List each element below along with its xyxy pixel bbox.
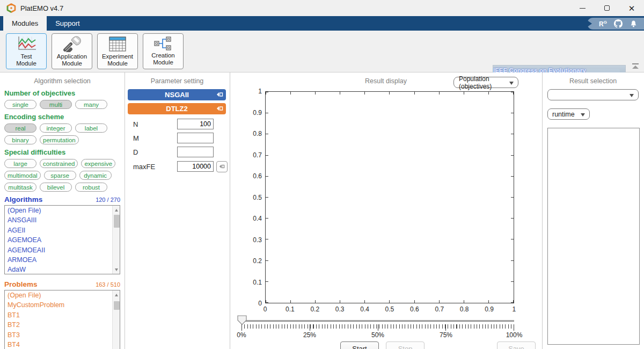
chevron-down-icon [630,94,634,97]
metric-result-list[interactable] [547,128,640,345]
x-tick-label: 0 [254,306,276,314]
ruler-label: 75% [433,331,459,339]
creation-module-button[interactable]: CreationModule [143,33,184,69]
result-file-dropdown[interactable] [547,89,639,100]
close-button[interactable]: ✕ [619,0,644,16]
parameter-setting-panel: Parameter setting NSGAII DTLZ2 N M [125,72,230,349]
param-input-D[interactable] [177,147,214,157]
menu-bar: Modules Support RG [0,16,644,31]
tab-modules[interactable]: Modules [3,16,47,31]
filter-button[interactable]: permutation [40,135,79,144]
x-tick-label: 0.9 [479,306,500,314]
menu-links-capsule: RG [587,18,644,30]
test-module-button[interactable]: TestModule [6,33,47,69]
node-diagram-icon [153,36,173,51]
bell-icon[interactable] [630,20,638,28]
minimize-icon [580,8,586,9]
filter-button[interactable]: robust [75,183,107,192]
scrollbar[interactable] [112,290,120,349]
module-label: CreationModule [151,52,174,66]
metric-dropdown[interactable]: runtime [547,108,590,120]
filter-button[interactable]: many [75,100,107,109]
selected-problem-bar[interactable]: DTLZ2 [128,103,226,114]
bottom-ticks [266,300,514,303]
objectives-filter-group: singlemultimany [0,100,125,109]
platemo-logo-icon [6,3,16,13]
encoding-filter-group: realintegerlabelbinarypermutation [0,123,125,144]
filter-button[interactable]: expensive [81,159,115,168]
list-item[interactable]: AGEII [5,226,120,235]
ruler-label: 0% [229,331,254,339]
list-item[interactable]: ANSGAIII [5,215,120,225]
list-item[interactable]: BT1 [5,310,120,320]
scrollbar-thumb[interactable] [114,215,120,228]
experiment-module-button[interactable]: ExperimentModule [97,33,138,69]
maxfe-detail-button[interactable] [216,161,228,172]
param-input-maxFE[interactable] [177,161,214,172]
param-input-M[interactable] [177,133,214,143]
progress-slider-track[interactable] [241,320,514,322]
application-module-button[interactable]: ApplicationModule [52,33,92,69]
param-input-N[interactable] [177,119,214,129]
filter-button[interactable]: label [75,123,107,133]
list-item[interactable]: ARMOEA [5,255,120,265]
wrench-icon [63,36,81,52]
scrollbar-thumb[interactable] [114,301,120,310]
list-item[interactable]: AGEMOEAII [5,245,120,255]
x-tick-label: 1 [503,306,525,314]
collapse-banner-icon[interactable] [631,63,640,70]
start-button[interactable]: Start [340,341,379,349]
scroll-up-icon[interactable] [113,206,120,214]
filter-button[interactable]: dynamic [79,171,112,180]
list-item[interactable]: BT2 [5,320,120,330]
scrollbar[interactable] [112,206,120,274]
algorithms-items: (Open File)ANSGAIIIAGEIIAGEMOEAAGEMOEAII… [5,206,120,274]
scroll-down-icon[interactable] [113,266,120,273]
panel-title: Result selection [542,77,644,85]
minimize-button[interactable] [570,0,595,16]
filter-button[interactable]: multimodal [4,171,41,180]
list-item[interactable]: BT4 [5,340,120,349]
filter-button[interactable]: sparse [44,171,76,180]
chevron-down-icon [581,113,585,117]
list-item[interactable]: (Open File) [5,206,120,215]
github-icon[interactable] [614,19,623,28]
section-title: Encoding scheme [4,113,125,121]
filter-button[interactable]: bilevel [40,183,72,192]
open-source-icon[interactable] [216,105,223,112]
filter-button[interactable]: binary [4,135,36,144]
param-label-D: D [133,148,177,156]
list-item[interactable]: BT3 [5,330,120,340]
selected-algorithm-bar[interactable]: NSGAII [128,89,226,100]
filter-button[interactable]: large [4,159,36,168]
filter-button[interactable]: real [4,123,36,133]
list-item[interactable]: MyCustomProblem [5,300,120,310]
problems-header: Problems [4,280,38,288]
display-mode-dropdown[interactable]: Population (objectives) [453,77,518,88]
list-item[interactable]: AGEMOEA [5,235,120,245]
list-item[interactable]: (Open File) [5,290,120,300]
ruler-label: 100% [501,331,527,339]
chevron-down-icon [509,82,514,85]
list-item[interactable]: AdaW [5,265,120,274]
filter-button[interactable]: constrained [40,159,78,168]
problems-list[interactable]: (Open File)MyCustomProblemBT1BT2BT3BT4 [4,290,120,349]
x-tick-label: 0.5 [379,306,400,314]
scroll-up-icon[interactable] [113,291,120,299]
x-tick-label: 0.7 [429,306,450,314]
algorithms-header: Algorithms [4,195,42,203]
y-tick-label: 0.2 [236,256,262,266]
result-selection-panel: Result selection runtime [542,72,644,349]
maximize-button[interactable] [595,0,619,16]
researchgate-icon[interactable]: RG [599,20,607,27]
filter-button[interactable]: multi [40,100,72,109]
filter-button[interactable]: multitask [4,183,36,192]
open-source-icon[interactable] [216,91,223,98]
problems-items: (Open File)MyCustomProblemBT1BT2BT3BT4 [5,290,120,349]
result-plot-axes[interactable] [265,91,514,303]
algorithms-list[interactable]: (Open File)ANSGAIIIAGEIIAGEMOEAAGEMOEAII… [4,205,120,274]
filter-button[interactable]: integer [40,123,72,133]
tab-support[interactable]: Support [47,16,89,31]
filter-button[interactable]: single [4,100,36,109]
y-tick-label: 0.8 [236,129,262,139]
